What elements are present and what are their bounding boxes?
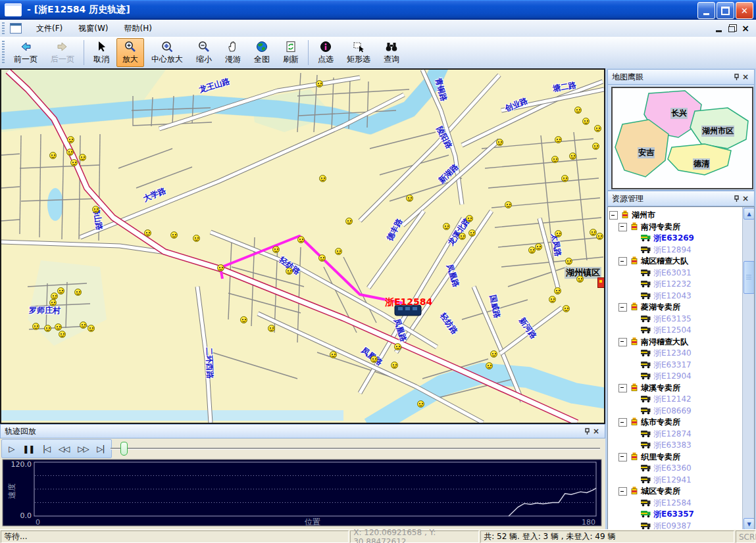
tree-vehicle[interactable]: 浙E12340 xyxy=(640,348,741,360)
menu-item-1[interactable]: 视窗(W) xyxy=(70,21,116,36)
minimize-button[interactable] xyxy=(697,2,715,19)
tree-vehicle[interactable]: 浙E12584 xyxy=(640,498,741,509)
tree-expander-icon[interactable] xyxy=(618,487,627,496)
step-end-button[interactable]: ▷| xyxy=(97,444,104,454)
tree-vehicle[interactable]: 浙E63031 xyxy=(640,268,741,279)
tree-node-label: 练市专卖所 xyxy=(641,417,680,428)
poi-smiley-icon xyxy=(170,231,178,239)
tree-vehicle[interactable]: 浙E08669 xyxy=(640,406,741,417)
tree-group[interactable]: 菱湖专卖所 xyxy=(618,302,741,314)
tree-expander-icon[interactable] xyxy=(618,303,627,312)
restore-button[interactable] xyxy=(717,2,734,19)
tree-group[interactable]: 城区稽查大队 xyxy=(618,256,741,268)
department-icon xyxy=(629,486,639,497)
toolbar-button-cursor[interactable]: 取消 xyxy=(88,38,115,67)
poi-smiley-icon xyxy=(391,362,398,369)
close-panel-icon[interactable]: × xyxy=(741,72,750,82)
tree-expander-icon[interactable] xyxy=(618,257,627,266)
tree-root[interactable]: 湖州市 xyxy=(609,210,741,222)
truck-icon xyxy=(640,463,651,474)
menu-item-2[interactable]: 帮助(H) xyxy=(116,21,160,36)
tree-expander-icon[interactable] xyxy=(618,338,627,346)
scroll-down-arrow[interactable]: ▼ xyxy=(743,518,755,530)
tree-node-label: 南浔稽查大队 xyxy=(641,337,688,348)
playback-slider-thumb[interactable] xyxy=(120,442,128,456)
scroll-up-arrow[interactable]: ▲ xyxy=(743,208,755,220)
toolbar-button-binoculars[interactable]: 查询 xyxy=(378,38,405,67)
tree-vehicle[interactable]: 浙E63360 xyxy=(640,463,741,475)
toolbar-button-arrow-left[interactable]: 前一页 xyxy=(8,38,43,67)
tree-vehicle[interactable]: 浙E63135 xyxy=(640,314,741,325)
tree-vehicle[interactable]: 浙E12874 xyxy=(640,429,741,440)
toolbar-grip[interactable] xyxy=(2,41,5,64)
tree-scrollbar[interactable]: ▲ ▼ xyxy=(742,207,754,531)
tree-node-label: 浙E12941 xyxy=(653,475,692,486)
poi-marker-icon xyxy=(597,277,605,288)
toolbar-button-zoom-out[interactable]: 缩小 xyxy=(190,38,218,67)
poi-smiley-icon xyxy=(417,400,424,408)
tree-group[interactable]: 织里专卖所 xyxy=(618,452,741,463)
pin-icon[interactable] xyxy=(732,72,741,82)
pause-button[interactable]: ❚❚ xyxy=(22,444,34,454)
rewind-button[interactable]: ◁◁ xyxy=(59,444,69,454)
overview-map[interactable]: 长兴湖州市区安吉德清 xyxy=(611,87,753,189)
scrollbar-thumb[interactable] xyxy=(743,261,755,294)
tree-group[interactable]: 练市专卖所 xyxy=(618,417,741,429)
toolbar-button-zoom-center[interactable]: 中心放大 xyxy=(145,38,189,67)
tree-expander-icon[interactable] xyxy=(618,223,627,231)
tree-vehicle[interactable]: 浙E12142 xyxy=(640,394,741,406)
toolbar-button-globe[interactable]: 全图 xyxy=(248,38,276,67)
map-canvas[interactable]: 龙王山路大学路青铜路陵阳路创业路塘二路新湖路德丰路龙溪北路轻纺路凤凰路凤凰路凤凰… xyxy=(0,68,605,424)
poi-smiley-icon xyxy=(318,254,326,262)
tree-vehicle[interactable]: 浙E12232 xyxy=(640,279,741,291)
tree-group[interactable]: 城区专卖所 xyxy=(618,486,741,498)
pin-icon[interactable] xyxy=(732,194,741,203)
tree-group[interactable]: 南浔稽查大队 xyxy=(618,337,741,348)
tree-expander-icon[interactable] xyxy=(618,384,627,392)
mdi-restore-button[interactable] xyxy=(728,26,735,32)
poi-smiley-icon xyxy=(217,264,224,272)
tree-node-label: 浙E63360 xyxy=(653,463,692,474)
tree-expander-icon[interactable] xyxy=(609,211,618,220)
tree-expander-icon[interactable] xyxy=(618,418,627,427)
toolbar-button-hand[interactable]: 漫游 xyxy=(219,38,247,67)
zoom-in-icon xyxy=(124,40,137,53)
close-button[interactable]: ✕ xyxy=(736,2,753,19)
tree-vehicle[interactable]: 浙E63269 xyxy=(640,233,741,245)
pin-icon[interactable] xyxy=(582,427,592,436)
toolbar-button-zoom-in[interactable]: 放大 xyxy=(116,38,144,67)
play-button[interactable]: ▷ xyxy=(9,444,14,454)
tree-vehicle[interactable]: 浙E12043 xyxy=(640,291,741,302)
tree-vehicle[interactable]: 浙E12894 xyxy=(640,245,741,256)
tree-node-label: 浙E12504 xyxy=(653,325,692,336)
toolbar-button-refresh[interactable]: 刷新 xyxy=(277,38,305,67)
menubar-grip[interactable] xyxy=(2,22,5,34)
tree-node-label: 南浔专卖所 xyxy=(641,222,680,233)
fast-forward-button[interactable]: ▷▷ xyxy=(78,444,88,454)
tree-vehicle[interactable]: 浙E12941 xyxy=(640,475,741,486)
tree-vehicle[interactable]: 浙E63383 xyxy=(640,440,741,452)
tree-vehicle[interactable]: 浙E12904 xyxy=(640,371,741,383)
playback-slider[interactable] xyxy=(111,448,600,450)
tree-vehicle[interactable]: 浙E63357 xyxy=(640,509,741,521)
title-bar: - [浙E12584 历史轨迹] ✕ xyxy=(0,0,756,20)
menu-item-0[interactable]: 文件(F) xyxy=(28,21,70,36)
toolbar: 前一页后一页取消放大中心放大缩小漫游全图刷新点选矩形选查询 xyxy=(0,37,756,69)
tree-group[interactable]: 埭溪专卖所 xyxy=(618,383,741,394)
poi-smiley-icon xyxy=(554,287,561,295)
close-panel-icon[interactable]: × xyxy=(741,194,750,203)
close-panel-icon[interactable]: × xyxy=(592,427,601,436)
step-start-button[interactable]: |◁ xyxy=(43,444,50,454)
mdi-close-button[interactable]: × xyxy=(742,24,749,33)
toolbar-button-label: 前一页 xyxy=(14,54,38,65)
svg-text:120.0: 120.0 xyxy=(11,460,32,469)
toolbar-button-rect-select[interactable]: 矩形选 xyxy=(341,38,376,67)
poi-smiley-icon xyxy=(92,206,99,213)
mdi-minimize-button[interactable] xyxy=(716,30,722,32)
tree-vehicle[interactable]: 浙E63317 xyxy=(640,360,741,371)
cursor-icon xyxy=(95,40,108,53)
toolbar-button-info-point[interactable]: 点选 xyxy=(312,38,340,67)
tree-vehicle[interactable]: 浙E12504 xyxy=(640,325,741,337)
tree-group[interactable]: 南浔专卖所 xyxy=(618,222,741,233)
tree-expander-icon[interactable] xyxy=(618,453,627,461)
